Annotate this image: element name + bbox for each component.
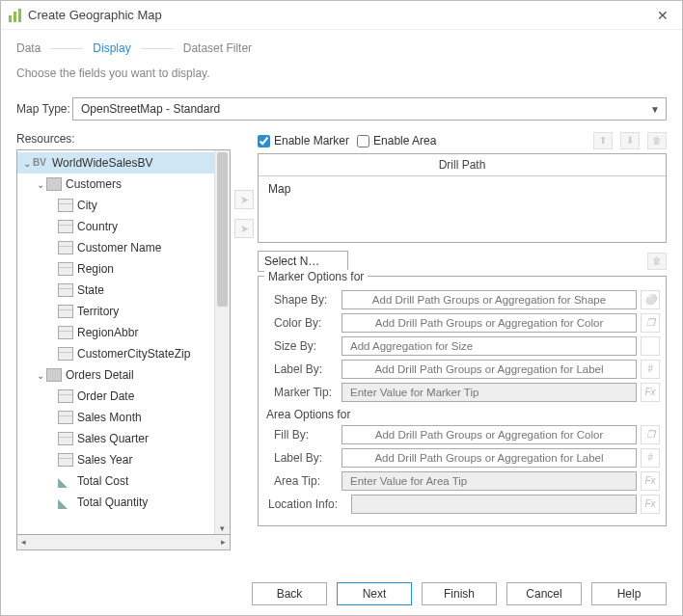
tree-field[interactable]: Sales Quarter bbox=[17, 428, 214, 449]
add-to-options-button[interactable]: ➤ bbox=[234, 219, 254, 238]
area-tip-fx-button[interactable]: Fx bbox=[641, 471, 660, 491]
field-icon bbox=[58, 241, 73, 254]
enable-marker-checkbox[interactable]: Enable Marker bbox=[258, 134, 349, 147]
marker-label-format-button[interactable]: # bbox=[641, 360, 660, 379]
tree-field-label: State bbox=[77, 283, 104, 297]
location-fx-button[interactable]: Fx bbox=[641, 495, 660, 514]
field-icon bbox=[58, 283, 73, 297]
shape-by-field[interactable]: Add Drill Path Groups or Aggregation for… bbox=[342, 290, 637, 309]
tree-field[interactable]: RegionAbbr bbox=[17, 322, 214, 343]
horizontal-scrollbar[interactable]: ◂ ▸ bbox=[16, 535, 231, 550]
drill-path-item: Map bbox=[268, 182, 290, 196]
fill-by-label: Fill By: bbox=[264, 428, 342, 442]
tree-field-label: RegionAbbr bbox=[77, 326, 138, 339]
tree-root[interactable]: ⌄ BV WorldWideSalesBV bbox=[17, 152, 214, 174]
tab-data[interactable]: Data bbox=[14, 40, 42, 57]
tree-field[interactable]: CustomerCityStateZip bbox=[17, 343, 214, 364]
color-picker-button[interactable]: ❐ bbox=[641, 313, 660, 333]
size-config-button[interactable] bbox=[641, 336, 660, 356]
scroll-thumb[interactable] bbox=[217, 152, 228, 307]
tab-dataset-filter[interactable]: Dataset Filter bbox=[181, 40, 254, 57]
cancel-button[interactable]: Cancel bbox=[506, 582, 582, 605]
delete-select-button[interactable]: 🗑 bbox=[647, 253, 667, 270]
tree-field[interactable]: Territory bbox=[17, 301, 214, 322]
field-icon bbox=[58, 432, 73, 445]
marker-label-by-label: Label By: bbox=[264, 362, 342, 376]
tree-field[interactable]: Order Date bbox=[17, 386, 214, 407]
field-icon bbox=[58, 347, 73, 361]
shape-picker-button[interactable]: ⚪ bbox=[641, 290, 660, 309]
close-icon[interactable]: ✕ bbox=[651, 6, 674, 25]
size-by-field[interactable]: Add Aggregation for Size bbox=[342, 336, 637, 356]
scroll-down-icon[interactable]: ▾ bbox=[215, 523, 230, 533]
map-type-label: Map Type: bbox=[16, 102, 72, 116]
subtitle: Choose the fields you want to display. bbox=[1, 57, 682, 94]
field-icon bbox=[58, 220, 73, 233]
collapse-icon[interactable]: ⌄ bbox=[35, 179, 46, 190]
vertical-scrollbar[interactable]: ▴ ▾ bbox=[214, 150, 230, 534]
enable-marker-input[interactable] bbox=[258, 135, 270, 147]
scroll-left-icon[interactable]: ◂ bbox=[21, 537, 26, 547]
area-label-by-field[interactable]: Add Drill Path Groups or Aggregation for… bbox=[342, 448, 637, 468]
marker-label-by-field[interactable]: Add Drill Path Groups or Aggregation for… bbox=[342, 360, 637, 379]
help-button[interactable]: Help bbox=[591, 582, 667, 605]
tab-separator bbox=[141, 48, 174, 49]
tree-field-label: Region bbox=[77, 262, 114, 276]
area-tip-field[interactable]: Enter Value for Area Tip bbox=[342, 471, 637, 491]
wizard-footer: Back Next Finish Cancel Help bbox=[252, 582, 667, 605]
tree-field[interactable]: City bbox=[17, 195, 214, 216]
enable-area-input[interactable] bbox=[357, 135, 369, 147]
tree-field[interactable]: Total Cost bbox=[17, 470, 214, 492]
collapse-icon[interactable]: ⌄ bbox=[35, 370, 46, 381]
marker-tip-fx-button[interactable]: Fx bbox=[641, 383, 660, 402]
aggregate-icon bbox=[58, 495, 73, 509]
tab-display[interactable]: Display bbox=[91, 40, 132, 57]
scroll-right-icon[interactable]: ▸ bbox=[221, 537, 226, 547]
app-logo-icon bbox=[9, 9, 22, 22]
drill-path-body[interactable]: Map bbox=[259, 176, 666, 242]
tree-field-label: Total Cost bbox=[77, 474, 128, 488]
move-down-button[interactable]: ⬇ bbox=[620, 132, 640, 149]
tree-field[interactable]: Country bbox=[17, 216, 214, 237]
resources-tree: ⌄ BV WorldWideSalesBV ⌄ Customers City C… bbox=[16, 149, 231, 535]
tab-separator bbox=[50, 48, 83, 49]
fill-color-picker-button[interactable]: ❐ bbox=[641, 425, 660, 444]
tree-field-label: City bbox=[77, 199, 97, 212]
location-info-field[interactable] bbox=[351, 495, 637, 514]
collapse-icon[interactable]: ⌄ bbox=[21, 158, 33, 169]
field-icon bbox=[58, 453, 73, 467]
drill-path-header: Drill Path bbox=[259, 154, 666, 176]
tree-field-label: Sales Month bbox=[77, 411, 142, 424]
resources-label: Resources: bbox=[16, 132, 231, 146]
move-up-button[interactable]: ⬆ bbox=[593, 132, 613, 149]
finish-button[interactable]: Finish bbox=[422, 582, 497, 605]
select-n-dropdown[interactable]: Select N… bbox=[258, 251, 348, 272]
delete-drill-button[interactable]: 🗑 bbox=[647, 132, 667, 149]
field-icon bbox=[58, 389, 73, 403]
tree-field[interactable]: Sales Month bbox=[17, 407, 214, 428]
add-to-drill-button[interactable]: ➤ bbox=[234, 190, 254, 209]
enable-area-label: Enable Area bbox=[373, 134, 436, 147]
tree-group[interactable]: ⌄ Customers bbox=[17, 174, 214, 195]
area-label-format-button[interactable]: # bbox=[641, 448, 660, 468]
marker-tip-field[interactable]: Enter Value for Marker Tip bbox=[342, 383, 637, 402]
field-icon bbox=[58, 411, 73, 424]
enable-area-checkbox[interactable]: Enable Area bbox=[357, 134, 436, 147]
tree-field[interactable]: Total Quantity bbox=[17, 492, 214, 513]
fill-by-field[interactable]: Add Drill Path Groups or Aggregation for… bbox=[342, 425, 637, 444]
tree-field[interactable]: Sales Year bbox=[17, 449, 214, 470]
map-type-select[interactable]: OpenStreetMap - Standard ▼ bbox=[72, 97, 667, 121]
tree-field[interactable]: Region bbox=[17, 258, 214, 280]
tree-field-label: Sales Year bbox=[77, 453, 132, 467]
tree-field[interactable]: Customer Name bbox=[17, 237, 214, 258]
tree-field[interactable]: State bbox=[17, 280, 214, 301]
next-button[interactable]: Next bbox=[337, 582, 412, 605]
tree-field-label: CustomerCityStateZip bbox=[77, 347, 190, 361]
tree-group[interactable]: ⌄ Orders Detail bbox=[17, 364, 214, 386]
chevron-down-icon: ▼ bbox=[650, 104, 660, 115]
tree-field-label: Customer Name bbox=[77, 241, 161, 254]
shape-by-label: Shape By: bbox=[264, 293, 342, 307]
window-title: Create Geographic Map bbox=[28, 8, 651, 22]
back-button[interactable]: Back bbox=[252, 582, 327, 605]
color-by-field[interactable]: Add Drill Path Groups or Aggregation for… bbox=[342, 313, 637, 333]
